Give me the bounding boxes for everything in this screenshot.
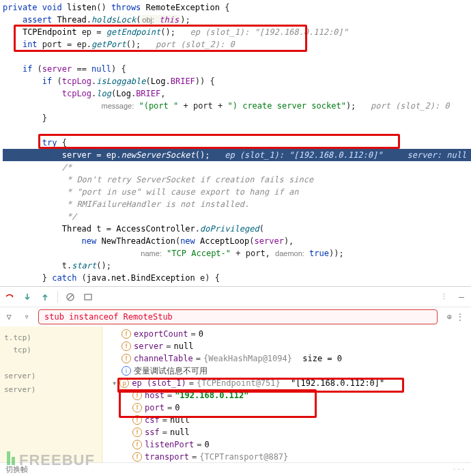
var-row[interactable]: ftransport={TCPTransport@887}	[102, 451, 471, 462]
more-icon[interactable]: ⋮	[440, 292, 449, 301]
var-row-ep[interactable]: ▾pep (slot_1)={TCPEndpoint@751} "[192.16…	[102, 377, 471, 389]
var-row[interactable]: fport=0	[102, 402, 471, 414]
var-row[interactable]: fchannelTable={WeakHashMap@1094} size = …	[102, 352, 471, 365]
variables-tree[interactable]: fexportCount=0 fserver=null fchannelTabl…	[102, 326, 471, 462]
evaluate-icon[interactable]	[83, 292, 94, 303]
debug-toolbar: ⋮ —	[0, 287, 471, 307]
var-row[interactable]: fcsf=null	[102, 414, 471, 426]
var-info-row: i变量调试信息不可用	[102, 365, 471, 377]
mute-breakpoints-icon[interactable]	[65, 292, 76, 303]
var-row[interactable]: fexportCount=0	[102, 328, 471, 340]
collapse-panel-icon[interactable]: —	[456, 292, 467, 303]
watch-expression-input[interactable]: stub instanceof RemoteStub	[38, 309, 438, 324]
frame-entry[interactable]: tcp)	[0, 346, 31, 354]
frame-entry[interactable]: t.tcp)	[0, 333, 31, 342]
frames-panel[interactable]: t.tcp) tcp) server) server)	[0, 326, 102, 462]
step-into-icon[interactable]	[22, 292, 33, 303]
expand-icon[interactable]: ▿	[20, 312, 33, 322]
debug-search-row: ▽ ▿ stub instanceof RemoteStub ⊕ ⋮	[0, 307, 471, 326]
watch-menu-icon[interactable]: ⋮	[456, 312, 464, 322]
step-out-icon[interactable]	[40, 292, 51, 303]
add-watch-icon[interactable]: ⊕	[447, 312, 452, 322]
frame-entry[interactable]: server)	[4, 385, 35, 394]
var-row[interactable]: flistenPort=0	[102, 438, 471, 451]
var-row[interactable]: fssf=null	[102, 426, 471, 438]
frame-entry[interactable]: server)	[4, 372, 35, 380]
status-right: ···	[452, 465, 466, 474]
step-over-icon[interactable]	[4, 292, 15, 303]
watermark: FREEBUF	[7, 451, 95, 469]
filter-icon[interactable]: ▽	[3, 312, 15, 322]
code-editor[interactable]: private void listen() throws RemoteExcep…	[0, 0, 471, 286]
svg-rect-2	[85, 294, 91, 300]
param-hint: obj: this	[141, 15, 180, 25]
var-row[interactable]: fserver=null	[102, 340, 471, 352]
var-row[interactable]: fhost="192.168.0.112"	[102, 389, 471, 402]
current-execution-line: server = ep.newServerSocket(); ep (slot_…	[3, 149, 471, 161]
debug-panel: ⋮ — ▽ ▿ stub instanceof RemoteStub ⊕ ⋮ t…	[0, 286, 471, 476]
svg-line-1	[68, 294, 73, 300]
